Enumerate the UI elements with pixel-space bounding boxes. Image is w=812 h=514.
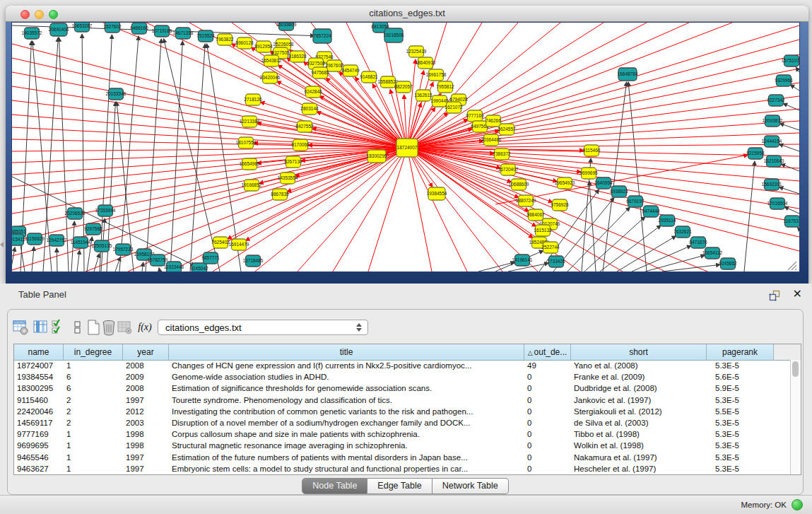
network-node[interactable]: 20691406	[49, 23, 69, 36]
network-node[interactable]: 7632621	[673, 226, 692, 238]
network-node[interactable]: 7963822	[216, 34, 234, 45]
network-node[interactable]: 12505135	[92, 240, 112, 252]
network-node[interactable]: 12444154	[762, 136, 782, 147]
float-window-icon[interactable]	[768, 289, 781, 302]
network-node[interactable]: 20206526	[65, 208, 86, 219]
table-row[interactable]: 977716911998Corpus callosum shape and si…	[14, 428, 790, 440]
network-node[interactable]: 2718126	[244, 94, 262, 105]
network-node[interactable]: 18807249	[516, 195, 536, 206]
network-node[interactable]: 17016504	[767, 198, 788, 209]
table-row[interactable]: 911546021997Tourette syndrome. Phenomeno…	[14, 395, 790, 406]
network-node[interactable]: 7955812	[436, 81, 454, 93]
table-row[interactable]: 946362711997Embryonic stem cells: a mode…	[14, 463, 790, 474]
table-row[interactable]: 1456911722003Disruption of a novel membe…	[14, 417, 790, 428]
network-node[interactable]: 10654112	[702, 247, 723, 259]
network-node[interactable]: 19166852	[242, 180, 262, 191]
column-header-pagerank[interactable]: pagerank	[707, 344, 774, 360]
network-node[interactable]: 18640910	[416, 57, 436, 69]
network-node[interactable]: 9475685	[311, 67, 329, 78]
table-row[interactable]: 969969511998Structural magnetic resonanc…	[14, 440, 790, 451]
network-node[interactable]: 9245652	[719, 258, 737, 269]
network-node[interactable]: 20153346	[106, 88, 126, 100]
network-node[interactable]: 7386372	[493, 148, 511, 160]
column-header-name[interactable]: name	[14, 344, 64, 360]
network-node[interactable]: 14671358	[173, 28, 194, 39]
network-node[interactable]: 16648784	[618, 68, 638, 81]
network-node[interactable]: 16210643	[764, 156, 784, 167]
select-rows-icon[interactable]	[49, 318, 68, 337]
network-node[interactable]: 6679197	[626, 196, 645, 207]
network-node[interactable]: 1621072	[445, 102, 463, 113]
network-node[interactable]: 9474444	[642, 206, 660, 217]
network-node[interactable]: 16914479	[229, 239, 249, 250]
vertical-scrollbar[interactable]	[790, 360, 801, 474]
network-node[interactable]: 20364486	[481, 134, 502, 146]
network-node[interactable]: 9756928	[551, 199, 569, 211]
network-node[interactable]: 8215958	[746, 148, 765, 159]
network-node[interactable]: 1527602	[103, 23, 122, 33]
network-node[interactable]: 1167531	[784, 216, 799, 227]
network-node[interactable]: 15751074	[782, 55, 799, 66]
column-header-title[interactable]: title	[169, 344, 524, 360]
network-node[interactable]: 9297588	[84, 223, 102, 235]
network-node[interactable]: 8267130	[284, 156, 302, 168]
network-node[interactable]: 1615132	[534, 225, 552, 236]
column-chooser-icon[interactable]	[31, 318, 49, 337]
network-node[interactable]: 8186328	[288, 51, 307, 62]
network-node[interactable]: 2522744	[541, 242, 560, 253]
network-node[interactable]: 16720407	[498, 164, 519, 175]
column-header-year[interactable]: year	[123, 344, 169, 360]
resize-grip-icon[interactable]	[788, 262, 796, 270]
network-node[interactable]: 16033809	[276, 23, 297, 30]
network-node[interactable]: 12213384	[240, 116, 260, 127]
network-node[interactable]: 11451944	[71, 237, 91, 248]
network-node[interactable]: 2935114	[659, 215, 676, 226]
network-node[interactable]: 11156829	[25, 233, 45, 245]
table-row[interactable]: 2242004622012Investigating the contribut…	[14, 406, 790, 417]
panel-collapse-handle[interactable]	[0, 242, 4, 247]
network-node[interactable]: 12093832	[763, 115, 783, 127]
network-node[interactable]: 8454749	[341, 65, 360, 76]
network-node[interactable]: 8427552	[295, 121, 314, 132]
network-node[interactable]: 10688609	[509, 179, 529, 190]
network-node[interactable]: 15692391	[762, 179, 782, 190]
network-node[interactable]: 2803144	[300, 103, 319, 115]
network-node[interactable]: 14353554	[278, 173, 298, 184]
network-node[interactable]: 1733426	[547, 256, 565, 267]
network-node[interactable]: 7857224	[313, 29, 331, 43]
network-node[interactable]: 7515524	[196, 30, 215, 42]
network-node[interactable]: 7625402	[211, 237, 230, 248]
network-node[interactable]: 3915411	[12, 234, 25, 245]
table-selector-dropdown[interactable]: citations_edges.txt	[158, 320, 368, 335]
network-node[interactable]: 9146821	[360, 71, 378, 83]
network-node[interactable]: 11923448	[164, 262, 184, 271]
network-node[interactable]: 12942757	[47, 235, 67, 246]
network-node[interactable]: 16654985	[240, 158, 260, 170]
memory-ok-icon[interactable]	[792, 499, 803, 510]
network-node[interactable]: 9857771	[201, 252, 220, 264]
network-node[interactable]: 17957223	[113, 244, 134, 255]
network-node[interactable]: 13718485	[243, 255, 264, 267]
network-node[interactable]: 23420046	[260, 72, 281, 83]
network-node[interactable]: 8912954	[254, 41, 273, 52]
network-node[interactable]: 16961758	[426, 69, 447, 81]
network-node[interactable]: 19654923	[555, 177, 575, 189]
network-node[interactable]: 9884067	[526, 209, 545, 221]
network-node[interactable]: 1362615	[414, 90, 433, 101]
network-node[interactable]: 9699695	[579, 168, 598, 179]
network-node[interactable]: 8822057	[394, 81, 413, 93]
network-node[interactable]: 8960128	[235, 37, 254, 49]
network-node[interactable]: 17353994	[95, 205, 116, 216]
network-canvas[interactable]: 1872400714035572206914061065328715276026…	[11, 22, 800, 272]
scrollbar-thumb[interactable]	[792, 361, 799, 377]
column-header-out_degree[interactable]: △out_de...	[524, 344, 571, 360]
column-header-short[interactable]: short	[571, 344, 707, 360]
table-row[interactable]: 1872400712008Changes of HCN gene express…	[14, 360, 790, 371]
tab-edge-table[interactable]: Edge Table	[367, 478, 432, 494]
network-node[interactable]: 10653287	[72, 23, 93, 32]
network-node[interactable]: 8471676	[689, 237, 707, 248]
network-node[interactable]: 1640954	[594, 177, 613, 189]
table-row[interactable]: 1830029562008Estimation of significance …	[14, 382, 790, 394]
column-header-in_degree[interactable]: in_degree	[64, 344, 123, 360]
table-row[interactable]: 1938455462009Genome-wide association stu…	[14, 371, 790, 382]
